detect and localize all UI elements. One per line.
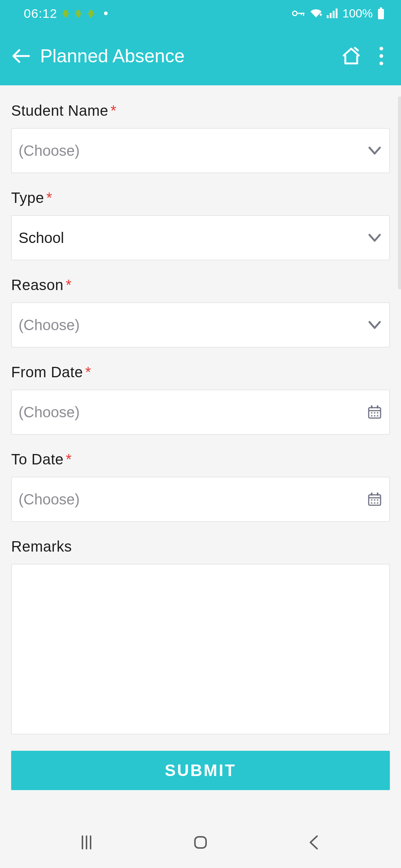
recents-icon	[77, 833, 96, 852]
label-type: Type*	[11, 190, 390, 206]
dot-icon	[379, 54, 383, 58]
status-time: 06:12	[24, 6, 57, 21]
svg-rect-9	[301, 13, 302, 15]
required-asterisk: *	[111, 102, 117, 119]
field-reason: Reason* (Choose)	[11, 277, 390, 348]
chevron-down-icon	[367, 230, 382, 246]
dot-icon	[379, 62, 383, 65]
field-to-date: To Date* (Choose)	[11, 451, 390, 522]
select-value: School	[19, 230, 367, 246]
back-nav-button[interactable]	[305, 833, 324, 852]
select-value: (Choose)	[19, 317, 367, 333]
datepicker-from-date[interactable]: (Choose)	[11, 389, 390, 435]
label-text: From Date	[11, 364, 83, 380]
status-right: 100%	[292, 7, 385, 20]
battery-icon	[377, 7, 385, 19]
signal-icon	[327, 9, 338, 18]
home-icon	[340, 45, 362, 67]
vpn-key-icon	[292, 10, 305, 17]
app-bar: Planned Absence	[0, 27, 401, 85]
back-button[interactable]	[10, 46, 31, 66]
label-text: Remarks	[11, 538, 72, 555]
svg-point-5	[93, 13, 95, 14]
status-bar: 06:12 100%	[0, 0, 401, 27]
chevron-down-icon	[367, 143, 382, 158]
svg-rect-17	[371, 405, 372, 408]
android-notif-icon	[87, 9, 95, 18]
svg-rect-8	[303, 13, 304, 16]
label-from-date: From Date*	[11, 364, 390, 381]
form: Student Name* (Choose) Type* School Reas…	[0, 85, 401, 790]
label-reason: Reason*	[11, 277, 390, 293]
select-reason[interactable]: (Choose)	[11, 302, 390, 348]
field-remarks: Remarks	[11, 538, 390, 734]
svg-rect-10	[327, 15, 329, 18]
android-notif-icon	[74, 9, 82, 18]
chevron-left-icon	[305, 833, 324, 852]
wifi-icon	[310, 9, 322, 18]
home-nav-button[interactable]	[191, 833, 210, 852]
more-menu-button[interactable]	[372, 44, 391, 68]
required-asterisk: *	[85, 364, 91, 380]
svg-point-6	[293, 11, 297, 16]
label-remarks: Remarks	[11, 538, 390, 555]
svg-rect-21	[377, 493, 378, 496]
label-text: Reason	[11, 277, 63, 293]
svg-rect-13	[336, 9, 338, 18]
svg-point-4	[88, 13, 89, 14]
svg-point-1	[68, 13, 69, 14]
label-text: Student Name	[11, 102, 108, 119]
label-to-date: To Date*	[11, 451, 390, 468]
required-asterisk: *	[46, 190, 52, 206]
calendar-icon	[367, 491, 382, 507]
datepicker-to-date[interactable]: (Choose)	[11, 477, 390, 522]
submit-button[interactable]: SUBMIT	[11, 751, 390, 790]
field-from-date: From Date* (Choose)	[11, 364, 390, 435]
select-type[interactable]: School	[11, 215, 390, 260]
page-title: Planned Absence	[40, 45, 330, 67]
select-student-name[interactable]: (Choose)	[11, 128, 390, 173]
field-type: Type* School	[11, 190, 390, 260]
home-button[interactable]	[339, 44, 363, 68]
chevron-down-icon	[367, 317, 382, 333]
battery-text: 100%	[342, 7, 373, 20]
label-text: To Date	[11, 451, 63, 467]
submit-label: SUBMIT	[165, 761, 237, 780]
svg-rect-15	[380, 7, 382, 9]
svg-point-2	[75, 13, 76, 14]
label-student-name: Student Name*	[11, 102, 390, 119]
svg-rect-11	[330, 13, 332, 18]
svg-point-0	[62, 13, 64, 14]
recents-button[interactable]	[77, 833, 96, 852]
label-text: Type	[11, 190, 44, 206]
home-nav-icon	[191, 833, 210, 852]
svg-rect-14	[378, 9, 384, 19]
textarea-remarks[interactable]	[11, 564, 390, 734]
android-nav-bar	[0, 817, 401, 868]
field-student-name: Student Name* (Choose)	[11, 102, 390, 173]
svg-rect-20	[371, 493, 372, 496]
form-scroll[interactable]: Student Name* (Choose) Type* School Reas…	[0, 85, 401, 817]
arrow-left-icon	[11, 46, 30, 66]
select-value: (Choose)	[19, 142, 367, 159]
android-notif-icon	[62, 9, 70, 18]
more-notifs-icon	[104, 11, 108, 15]
status-left: 06:12	[24, 6, 108, 21]
svg-point-3	[81, 13, 82, 14]
dot-icon	[379, 47, 383, 50]
required-asterisk: *	[66, 277, 72, 293]
calendar-icon	[367, 404, 382, 420]
date-value: (Choose)	[19, 491, 367, 508]
date-value: (Choose)	[19, 404, 367, 421]
required-asterisk: *	[66, 451, 72, 467]
svg-rect-22	[195, 837, 206, 848]
svg-rect-18	[377, 405, 378, 408]
svg-rect-12	[333, 11, 335, 18]
